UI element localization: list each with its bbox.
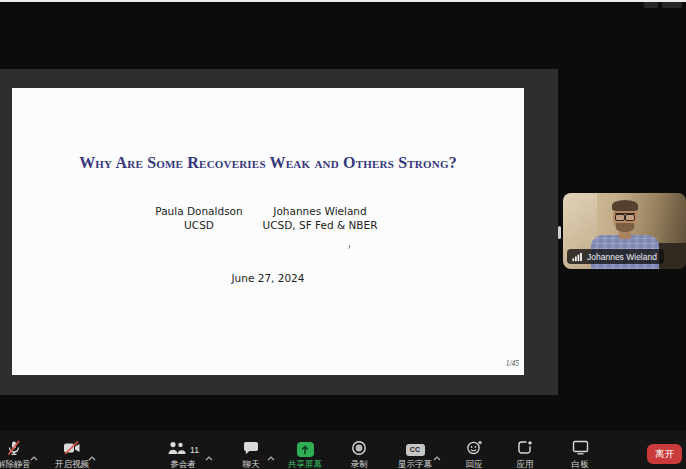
slide-title: Why Are Some Recoveries Weak and Others …: [12, 154, 524, 172]
apps-button[interactable]: 应用: [495, 442, 555, 469]
record-button[interactable]: 录制: [329, 442, 389, 469]
participant-name: Johannes Wieland: [587, 252, 657, 262]
audio-options-chevron-icon[interactable]: [30, 447, 38, 465]
microphone-muted-icon: [6, 440, 22, 460]
unmute-button[interactable]: 解除静音: [0, 442, 44, 469]
captions-options-chevron-icon[interactable]: [433, 447, 441, 465]
start-video-button[interactable]: 开启视频: [42, 442, 102, 469]
video-options-chevron-icon[interactable]: [88, 447, 96, 465]
show-captions-button[interactable]: CC 显示字幕: [385, 442, 445, 469]
camera-off-icon: [63, 441, 81, 459]
record-icon: [351, 440, 367, 460]
reactions-smiley-icon: [466, 440, 483, 459]
participants-count: 11: [190, 445, 199, 455]
captions-icon: CC: [406, 444, 425, 456]
whiteboard-button[interactable]: 白板: [550, 442, 610, 469]
author-name: Johannes Wieland: [245, 205, 395, 219]
shared-screen-area: Why Are Some Recoveries Weak and Others …: [0, 69, 558, 395]
participant-name-badge: Johannes Wieland: [567, 249, 664, 264]
presentation-slide: Why Are Some Recoveries Weak and Others …: [12, 88, 524, 375]
whiteboard-icon: [572, 440, 589, 459]
participant-video-thumbnail[interactable]: Johannes Wieland: [563, 193, 686, 269]
participants-icon: [167, 441, 187, 459]
audio-level-bars-icon: [572, 248, 583, 266]
participants-button[interactable]: 11 参会者: [153, 442, 213, 469]
zoom-meeting-window: Why Are Some Recoveries Weak and Others …: [0, 0, 686, 469]
leave-meeting-button[interactable]: 离开: [647, 444, 682, 464]
slide-date: June 27, 2024: [12, 272, 524, 284]
author-affiliation: UCSD, SF Fed & NBER: [245, 219, 395, 233]
glasses: [615, 213, 635, 218]
chat-button[interactable]: 聊天: [221, 442, 281, 469]
annotation-mark: [345, 244, 350, 250]
window-control-smudge: [644, 2, 658, 8]
chat-bubble-icon: [243, 441, 259, 459]
window-control-smudge: [662, 2, 682, 8]
video-panel-drag-handle[interactable]: [558, 226, 561, 239]
window-top-strip: [0, 0, 686, 2]
participants-options-chevron-icon[interactable]: [205, 447, 213, 465]
chat-options-chevron-icon[interactable]: [267, 447, 275, 465]
author-block-2: Johannes Wieland UCSD, SF Fed & NBER: [245, 205, 395, 232]
share-screen-icon: [297, 442, 314, 457]
apps-icon: [517, 440, 533, 459]
share-screen-button[interactable]: 共享屏幕: [275, 442, 335, 469]
meeting-toolbar: 解除静音 开启视频: [0, 431, 686, 469]
slide-page-indicator: 1/45: [506, 359, 519, 368]
